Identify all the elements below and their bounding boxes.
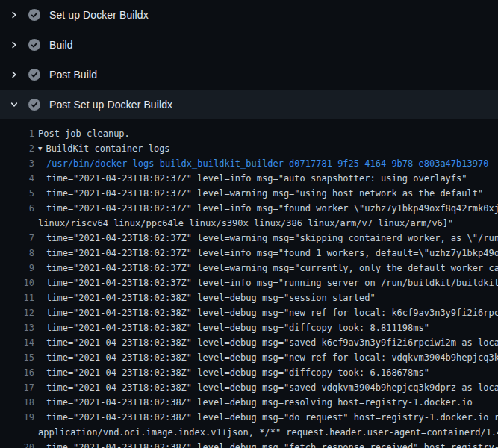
log-text: time="2021-04-23T18:02:38Z" level=debug … xyxy=(34,440,498,448)
log-text: time="2021-04-23T18:02:38Z" level=debug … xyxy=(34,335,498,350)
log-line-number[interactable]: 8 xyxy=(0,246,34,261)
log-text: time="2021-04-23T18:02:38Z" level=debug … xyxy=(34,350,498,365)
check-circle-icon xyxy=(28,39,40,51)
log-line-15: 15time="2021-04-23T18:02:38Z" level=debu… xyxy=(0,350,498,365)
log-line-18: 18time="2021-04-23T18:02:38Z" level=debu… xyxy=(0,395,498,410)
log-line-number[interactable]: 3 xyxy=(0,156,34,171)
log-line-number[interactable]: 10 xyxy=(0,276,34,290)
group-collapse-icon[interactable]: ▼ xyxy=(38,141,42,156)
log-text: time="2021-04-23T18:02:38Z" level=debug … xyxy=(34,290,498,305)
steps-list: Set up Docker BuildxBuildPost BuildPost … xyxy=(0,0,498,119)
log-line-number[interactable]: 20 xyxy=(0,440,34,448)
check-circle-icon xyxy=(28,69,40,81)
log-line-number[interactable]: 4 xyxy=(0,171,34,186)
step-header-3[interactable]: Post Set up Docker Buildx xyxy=(0,90,498,119)
chevron-right-icon xyxy=(9,10,19,20)
step-header-2[interactable]: Post Build xyxy=(0,60,498,90)
log-line-number[interactable]: 17 xyxy=(0,380,34,395)
log-line-20: 20time="2021-04-23T18:02:38Z" level=debu… xyxy=(0,440,498,448)
step-label: Post Set up Docker Buildx xyxy=(49,99,172,111)
log-line-number[interactable]: 9 xyxy=(0,261,34,276)
log-line-8: 8time="2021-04-23T18:02:37Z" level=info … xyxy=(0,246,498,261)
log-line-number[interactable]: 18 xyxy=(0,395,34,410)
log-line-number[interactable]: 7 xyxy=(0,231,34,246)
log-text: Post job cleanup. xyxy=(34,126,498,141)
log-text: time="2021-04-23T18:02:37Z" level=warnin… xyxy=(34,231,498,246)
log-line-13: 13time="2021-04-23T18:02:38Z" level=debu… xyxy=(0,320,498,335)
log-line-number[interactable]: 6 xyxy=(0,201,34,216)
log-line-5: 5time="2021-04-23T18:02:37Z" level=warni… xyxy=(0,186,498,201)
log-text: time="2021-04-23T18:02:37Z" level=info m… xyxy=(34,171,498,186)
log-text: time="2021-04-23T18:02:37Z" level=warnin… xyxy=(34,261,498,276)
check-circle-icon xyxy=(28,99,40,111)
step-header-1[interactable]: Build xyxy=(0,30,498,60)
group-title: BuildKit container logs xyxy=(46,143,169,154)
log-line-10: 10time="2021-04-23T18:02:37Z" level=info… xyxy=(0,276,498,290)
log-line-2: 2▼BuildKit container logs xyxy=(0,141,498,156)
chevron-down-icon xyxy=(9,99,19,110)
log-line-number[interactable]: 1 xyxy=(0,126,34,141)
log-line-number[interactable]: 13 xyxy=(0,320,34,335)
log-text: time="2021-04-23T18:02:38Z" level=debug … xyxy=(34,410,498,425)
log-text: time="2021-04-23T18:02:37Z" level=info m… xyxy=(34,246,498,261)
log-command-text: /usr/bin/docker logs buildx_buildkit_bui… xyxy=(34,156,498,171)
log-text: time="2021-04-23T18:02:38Z" level=debug … xyxy=(34,380,498,395)
step-header-0[interactable]: Set up Docker Buildx xyxy=(0,0,498,30)
log-line-17: 17time="2021-04-23T18:02:38Z" level=debu… xyxy=(0,380,498,395)
log-line-number[interactable]: 15 xyxy=(0,350,34,365)
chevron-right-icon xyxy=(9,69,19,80)
log-line-number[interactable]: 11 xyxy=(0,290,34,305)
chevron-right-icon xyxy=(9,40,19,50)
log-line-number[interactable]: 16 xyxy=(0,365,34,380)
step-label: Build xyxy=(49,39,73,51)
log-line-number[interactable]: 19 xyxy=(0,410,34,425)
log-text: application/vnd.oci.image.index.v1+json,… xyxy=(34,425,498,440)
log-line-3: 3/usr/bin/docker logs buildx_buildkit_bu… xyxy=(0,156,498,171)
log-line-1: 1Post job cleanup. xyxy=(0,126,498,141)
log-line-4: 4time="2021-04-23T18:02:37Z" level=info … xyxy=(0,171,498,186)
log-line-number[interactable]: 14 xyxy=(0,335,34,350)
log-line-6: 6time="2021-04-23T18:02:37Z" level=info … xyxy=(0,201,498,216)
log-line-12: 12time="2021-04-23T18:02:38Z" level=debu… xyxy=(0,305,498,320)
log-line-11: 11time="2021-04-23T18:02:38Z" level=debu… xyxy=(0,290,498,305)
log-line-number xyxy=(0,216,34,231)
log-text: time="2021-04-23T18:02:37Z" level=warnin… xyxy=(34,186,498,201)
log-viewer: 1Post job cleanup.2▼BuildKit container l… xyxy=(0,119,498,448)
log-line-number[interactable]: 5 xyxy=(0,186,34,201)
log-text: linux/riscv64 linux/ppc64le linux/s390x … xyxy=(34,216,498,231)
log-line-number[interactable]: 2 xyxy=(0,141,34,156)
log-text: ▼BuildKit container logs xyxy=(34,141,498,156)
log-text: time="2021-04-23T18:02:38Z" level=debug … xyxy=(34,320,498,335)
log-line-number[interactable]: 12 xyxy=(0,305,34,320)
log-line-19: 19time="2021-04-23T18:02:38Z" level=debu… xyxy=(0,410,498,425)
log-line-number xyxy=(0,425,34,440)
log-line-14: 14time="2021-04-23T18:02:38Z" level=debu… xyxy=(0,335,498,350)
step-label: Post Build xyxy=(49,69,97,81)
log-line-7: 7time="2021-04-23T18:02:37Z" level=warni… xyxy=(0,231,498,246)
log-text: time="2021-04-23T18:02:37Z" level=info m… xyxy=(34,201,498,216)
log-line-continuation: application/vnd.oci.image.index.v1+json,… xyxy=(0,425,498,440)
log-text: time="2021-04-23T18:02:38Z" level=debug … xyxy=(34,305,498,320)
log-text: time="2021-04-23T18:02:38Z" level=debug … xyxy=(34,365,498,380)
log-text: time="2021-04-23T18:02:37Z" level=info m… xyxy=(34,276,498,290)
log-line-9: 9time="2021-04-23T18:02:37Z" level=warni… xyxy=(0,261,498,276)
log-line-continuation: linux/riscv64 linux/ppc64le linux/s390x … xyxy=(0,216,498,231)
step-label: Set up Docker Buildx xyxy=(49,9,149,21)
log-text: time="2021-04-23T18:02:38Z" level=debug … xyxy=(34,395,498,410)
log-line-16: 16time="2021-04-23T18:02:38Z" level=debu… xyxy=(0,365,498,380)
check-circle-icon xyxy=(28,9,40,21)
